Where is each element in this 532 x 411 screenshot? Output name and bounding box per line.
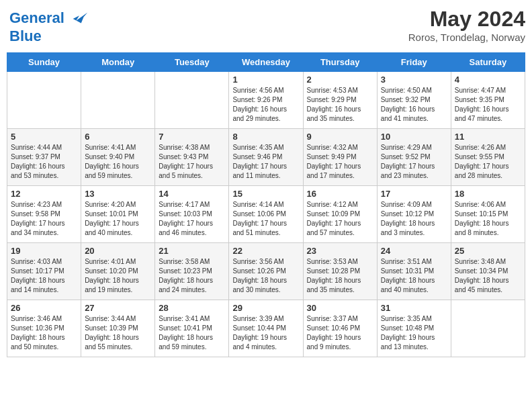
- calendar-cell: [451, 300, 525, 357]
- calendar-table: SundayMondayTuesdayWednesdayThursdayFrid…: [7, 52, 525, 357]
- calendar-cell: 15Sunrise: 4:14 AM Sunset: 10:06 PM Dayl…: [229, 186, 303, 243]
- calendar-week-row: 26Sunrise: 3:46 AM Sunset: 10:36 PM Dayl…: [7, 300, 525, 357]
- calendar-cell: 13Sunrise: 4:20 AM Sunset: 10:01 PM Dayl…: [81, 186, 155, 243]
- day-number: 28: [159, 303, 225, 313]
- day-number: 2: [307, 75, 373, 85]
- location-subtitle: Roros, Trondelag, Norway: [408, 32, 525, 43]
- day-header-monday: Monday: [81, 53, 155, 72]
- day-number: 6: [85, 132, 151, 142]
- day-info: Sunrise: 4:50 AM Sunset: 9:32 PM Dayligh…: [381, 86, 447, 124]
- calendar-cell: 7Sunrise: 4:38 AM Sunset: 9:43 PM Daylig…: [155, 129, 229, 186]
- day-number: 31: [381, 303, 447, 313]
- day-info: Sunrise: 4:23 AM Sunset: 9:58 PM Dayligh…: [11, 200, 77, 238]
- day-number: 20: [85, 246, 151, 256]
- day-header-thursday: Thursday: [303, 53, 377, 72]
- title-area: May 2024 Roros, Trondelag, Norway: [408, 7, 525, 43]
- calendar-cell: 6Sunrise: 4:41 AM Sunset: 9:40 PM Daylig…: [81, 129, 155, 186]
- day-info: Sunrise: 3:39 AM Sunset: 10:44 PM Daylig…: [232, 314, 299, 352]
- calendar-cell: 19Sunrise: 4:03 AM Sunset: 10:17 PM Dayl…: [7, 243, 81, 300]
- day-number: 15: [232, 189, 299, 199]
- page-header: General Blue May 2024 Roros, Trondelag, …: [7, 7, 525, 47]
- calendar-cell: [81, 72, 155, 129]
- calendar-cell: 27Sunrise: 3:44 AM Sunset: 10:39 PM Dayl…: [81, 300, 155, 357]
- calendar-cell: 5Sunrise: 4:44 AM Sunset: 9:37 PM Daylig…: [7, 129, 81, 186]
- calendar-week-row: 1Sunrise: 4:56 AM Sunset: 9:26 PM Daylig…: [7, 72, 525, 129]
- day-info: Sunrise: 4:03 AM Sunset: 10:17 PM Daylig…: [11, 257, 77, 295]
- day-info: Sunrise: 3:46 AM Sunset: 10:36 PM Daylig…: [11, 314, 77, 352]
- day-info: Sunrise: 4:20 AM Sunset: 10:01 PM Daylig…: [85, 200, 151, 238]
- calendar-cell: 29Sunrise: 3:39 AM Sunset: 10:44 PM Dayl…: [229, 300, 303, 357]
- day-info: Sunrise: 4:29 AM Sunset: 9:52 PM Dayligh…: [381, 143, 447, 181]
- calendar-header: SundayMondayTuesdayWednesdayThursdayFrid…: [7, 53, 525, 72]
- day-info: Sunrise: 4:09 AM Sunset: 10:12 PM Daylig…: [381, 200, 447, 238]
- calendar-cell: 4Sunrise: 4:47 AM Sunset: 9:35 PM Daylig…: [451, 72, 525, 129]
- day-info: Sunrise: 4:01 AM Sunset: 10:20 PM Daylig…: [85, 257, 151, 295]
- day-info: Sunrise: 3:44 AM Sunset: 10:39 PM Daylig…: [85, 314, 151, 352]
- day-number: 4: [455, 75, 521, 85]
- calendar-cell: 14Sunrise: 4:17 AM Sunset: 10:03 PM Dayl…: [155, 186, 229, 243]
- day-header-saturday: Saturday: [451, 53, 525, 72]
- calendar-cell: 22Sunrise: 3:56 AM Sunset: 10:26 PM Dayl…: [229, 243, 303, 300]
- calendar-body: 1Sunrise: 4:56 AM Sunset: 9:26 PM Daylig…: [7, 72, 525, 357]
- day-header-row: SundayMondayTuesdayWednesdayThursdayFrid…: [7, 53, 525, 72]
- calendar-cell: 16Sunrise: 4:12 AM Sunset: 10:09 PM Dayl…: [303, 186, 377, 243]
- day-number: 9: [307, 132, 373, 142]
- day-number: 16: [307, 189, 373, 199]
- calendar-cell: 18Sunrise: 4:06 AM Sunset: 10:15 PM Dayl…: [451, 186, 525, 243]
- month-year-title: May 2024: [408, 7, 525, 32]
- day-info: Sunrise: 3:53 AM Sunset: 10:28 PM Daylig…: [307, 257, 373, 295]
- day-info: Sunrise: 3:35 AM Sunset: 10:48 PM Daylig…: [381, 314, 447, 352]
- day-number: 1: [232, 75, 299, 85]
- day-number: 17: [381, 189, 447, 199]
- logo: General Blue: [7, 7, 91, 47]
- day-info: Sunrise: 4:44 AM Sunset: 9:37 PM Dayligh…: [11, 143, 77, 181]
- day-number: 29: [232, 303, 299, 313]
- day-info: Sunrise: 3:37 AM Sunset: 10:46 PM Daylig…: [307, 314, 373, 352]
- logo-general: General: [9, 9, 64, 26]
- logo-bird-icon: [70, 9, 89, 28]
- calendar-cell: 1Sunrise: 4:56 AM Sunset: 9:26 PM Daylig…: [229, 72, 303, 129]
- logo-blue: Blue: [9, 28, 42, 44]
- day-number: 13: [85, 189, 151, 199]
- calendar-cell: 25Sunrise: 3:48 AM Sunset: 10:34 PM Dayl…: [451, 243, 525, 300]
- day-number: 18: [455, 189, 521, 199]
- calendar-cell: 28Sunrise: 3:41 AM Sunset: 10:41 PM Dayl…: [155, 300, 229, 357]
- day-info: Sunrise: 4:12 AM Sunset: 10:09 PM Daylig…: [307, 200, 373, 238]
- calendar-cell: 2Sunrise: 4:53 AM Sunset: 9:29 PM Daylig…: [303, 72, 377, 129]
- calendar-cell: 31Sunrise: 3:35 AM Sunset: 10:48 PM Dayl…: [377, 300, 451, 357]
- calendar-cell: 23Sunrise: 3:53 AM Sunset: 10:28 PM Dayl…: [303, 243, 377, 300]
- calendar-cell: 3Sunrise: 4:50 AM Sunset: 9:32 PM Daylig…: [377, 72, 451, 129]
- calendar-cell: 20Sunrise: 4:01 AM Sunset: 10:20 PM Dayl…: [81, 243, 155, 300]
- day-number: 12: [11, 189, 77, 199]
- day-info: Sunrise: 4:47 AM Sunset: 9:35 PM Dayligh…: [455, 86, 521, 124]
- day-info: Sunrise: 4:06 AM Sunset: 10:15 PM Daylig…: [455, 200, 521, 238]
- day-header-tuesday: Tuesday: [155, 53, 229, 72]
- day-number: 24: [381, 246, 447, 256]
- day-header-friday: Friday: [377, 53, 451, 72]
- calendar-cell: 26Sunrise: 3:46 AM Sunset: 10:36 PM Dayl…: [7, 300, 81, 357]
- day-number: 26: [11, 303, 77, 313]
- calendar-week-row: 12Sunrise: 4:23 AM Sunset: 9:58 PM Dayli…: [7, 186, 525, 243]
- day-number: 5: [11, 132, 77, 142]
- calendar-cell: 17Sunrise: 4:09 AM Sunset: 10:12 PM Dayl…: [377, 186, 451, 243]
- day-info: Sunrise: 4:38 AM Sunset: 9:43 PM Dayligh…: [159, 143, 225, 181]
- day-info: Sunrise: 4:26 AM Sunset: 9:55 PM Dayligh…: [455, 143, 521, 181]
- day-header-sunday: Sunday: [7, 53, 81, 72]
- calendar-cell: 24Sunrise: 3:51 AM Sunset: 10:31 PM Dayl…: [377, 243, 451, 300]
- day-header-wednesday: Wednesday: [229, 53, 303, 72]
- day-info: Sunrise: 3:41 AM Sunset: 10:41 PM Daylig…: [159, 314, 225, 352]
- day-number: 11: [455, 132, 521, 142]
- calendar-cell: 9Sunrise: 4:32 AM Sunset: 9:49 PM Daylig…: [303, 129, 377, 186]
- day-info: Sunrise: 3:51 AM Sunset: 10:31 PM Daylig…: [381, 257, 447, 295]
- calendar-cell: 8Sunrise: 4:35 AM Sunset: 9:46 PM Daylig…: [229, 129, 303, 186]
- day-info: Sunrise: 4:41 AM Sunset: 9:40 PM Dayligh…: [85, 143, 151, 181]
- calendar-cell: 11Sunrise: 4:26 AM Sunset: 9:55 PM Dayli…: [451, 129, 525, 186]
- day-number: 10: [381, 132, 447, 142]
- day-number: 30: [307, 303, 373, 313]
- day-info: Sunrise: 4:32 AM Sunset: 9:49 PM Dayligh…: [307, 143, 373, 181]
- day-info: Sunrise: 3:48 AM Sunset: 10:34 PM Daylig…: [455, 257, 521, 295]
- calendar-week-row: 5Sunrise: 4:44 AM Sunset: 9:37 PM Daylig…: [7, 129, 525, 186]
- day-number: 3: [381, 75, 447, 85]
- calendar-cell: 10Sunrise: 4:29 AM Sunset: 9:52 PM Dayli…: [377, 129, 451, 186]
- day-number: 8: [232, 132, 299, 142]
